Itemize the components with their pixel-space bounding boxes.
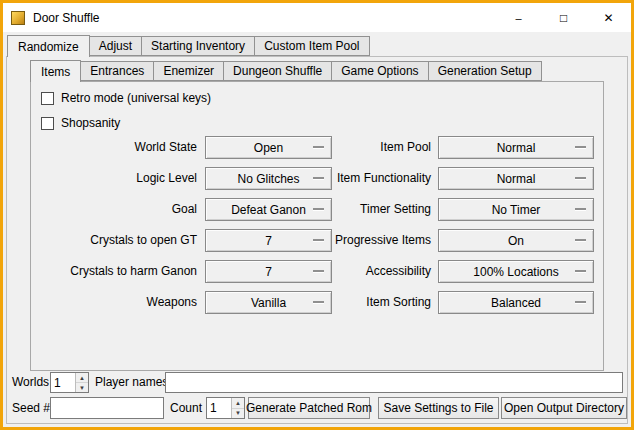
tab-game-options[interactable]: Game Options bbox=[331, 61, 428, 81]
spin-down-icon: ▼ bbox=[79, 385, 85, 391]
tab-generation-setup[interactable]: Generation Setup bbox=[428, 61, 542, 81]
seed-label: Seed # bbox=[12, 397, 50, 419]
progressive-items-value: On bbox=[508, 234, 524, 248]
close-icon: ✕ bbox=[603, 11, 613, 25]
count-spin-up-button[interactable]: ▲ bbox=[232, 398, 244, 409]
app-icon bbox=[11, 11, 25, 25]
accessibility-label: Accessibility bbox=[261, 260, 431, 283]
worlds-spin-up-button[interactable]: ▲ bbox=[76, 373, 88, 383]
crystals-open-gt-label: Crystals to open GT bbox=[31, 229, 197, 252]
item-functionality-dropdown[interactable]: Normal bbox=[438, 167, 594, 190]
titlebar: Door Shuffle – □ ✕ bbox=[3, 3, 631, 32]
timer-setting-label: Timer Setting bbox=[261, 198, 431, 221]
tab-items[interactable]: Items bbox=[30, 60, 81, 82]
retro-mode-row: Retro mode (universal keys) bbox=[41, 90, 211, 106]
dropdown-indicator-icon bbox=[575, 146, 586, 148]
tab-adjust[interactable]: Adjust bbox=[89, 36, 142, 56]
worlds-spin-down-button[interactable]: ▼ bbox=[76, 383, 88, 392]
world-state-label: World State bbox=[31, 136, 197, 159]
outer-tab-bar: Randomize Adjust Starting Inventory Cust… bbox=[7, 34, 370, 56]
maximize-button[interactable]: □ bbox=[541, 3, 586, 32]
window-title: Door Shuffle bbox=[33, 11, 100, 25]
save-settings-button[interactable]: Save Settings to File bbox=[378, 397, 499, 419]
item-pool-value: Normal bbox=[497, 141, 536, 155]
dropdown-indicator-icon bbox=[575, 301, 586, 303]
progressive-items-label: Progressive Items bbox=[261, 229, 431, 252]
item-functionality-label: Item Functionality bbox=[261, 167, 431, 190]
player-names-label: Player names bbox=[95, 371, 168, 393]
dropdown-indicator-icon bbox=[575, 177, 586, 179]
tab-entrances[interactable]: Entrances bbox=[80, 61, 154, 81]
minimize-icon: – bbox=[515, 12, 521, 24]
generate-patched-rom-button[interactable]: Generate Patched Rom bbox=[248, 397, 370, 419]
item-pool-label: Item Pool bbox=[261, 136, 431, 159]
seed-input[interactable] bbox=[50, 397, 164, 419]
retro-mode-checkbox[interactable] bbox=[41, 92, 54, 105]
progressive-items-dropdown[interactable]: On bbox=[438, 229, 594, 252]
worlds-spin-arrows: ▲ ▼ bbox=[75, 373, 88, 392]
spin-up-icon: ▲ bbox=[235, 400, 241, 406]
dropdown-indicator-icon bbox=[575, 270, 586, 272]
open-output-directory-button[interactable]: Open Output Directory bbox=[501, 397, 627, 419]
dropdown-indicator-icon bbox=[575, 239, 586, 241]
crystals-harm-ganon-label: Crystals to harm Ganon bbox=[31, 260, 197, 283]
tab-custom-item-pool[interactable]: Custom Item Pool bbox=[254, 36, 369, 56]
item-sorting-value: Balanced bbox=[491, 296, 541, 310]
tab-dungeon-shuffle[interactable]: Dungeon Shuffle bbox=[223, 61, 332, 81]
client-area: Randomize Adjust Starting Inventory Cust… bbox=[3, 32, 631, 427]
timer-setting-dropdown[interactable]: No Timer bbox=[438, 198, 594, 221]
weapons-label: Weapons bbox=[31, 291, 197, 314]
inner-tab-bar: Items Entrances Enemizer Dungeon Shuffle… bbox=[30, 59, 542, 81]
dropdown-indicator-icon bbox=[575, 208, 586, 210]
shopsanity-checkbox[interactable] bbox=[41, 117, 54, 130]
count-label: Count bbox=[170, 397, 202, 419]
item-sorting-dropdown[interactable]: Balanced bbox=[438, 291, 594, 314]
accessibility-value: 100% Locations bbox=[473, 265, 558, 279]
player-names-input[interactable] bbox=[165, 372, 623, 393]
tab-starting-inventory[interactable]: Starting Inventory bbox=[141, 36, 255, 56]
spin-down-icon: ▼ bbox=[235, 410, 241, 416]
shopsanity-label: Shopsanity bbox=[61, 116, 120, 130]
goal-label: Goal bbox=[31, 198, 197, 221]
item-sorting-label: Item Sorting bbox=[261, 291, 431, 314]
worlds-label: Worlds bbox=[12, 371, 49, 393]
count-spinner[interactable]: ▲ ▼ bbox=[206, 397, 245, 419]
window: Door Shuffle – □ ✕ Randomize Adjust Star… bbox=[0, 0, 634, 430]
worlds-input[interactable] bbox=[51, 373, 75, 392]
worlds-spinner[interactable]: ▲ ▼ bbox=[50, 372, 89, 393]
minimize-button[interactable]: – bbox=[496, 3, 541, 32]
tab-enemizer[interactable]: Enemizer bbox=[153, 61, 224, 81]
shopsanity-row: Shopsanity bbox=[41, 115, 120, 131]
randomize-pane: Items Entrances Enemizer Dungeon Shuffle… bbox=[6, 56, 628, 424]
items-pane: Retro mode (universal keys) Shopsanity W… bbox=[30, 81, 604, 371]
retro-mode-label: Retro mode (universal keys) bbox=[61, 91, 211, 105]
window-controls: – □ ✕ bbox=[496, 3, 631, 32]
accessibility-dropdown[interactable]: 100% Locations bbox=[438, 260, 594, 283]
logic-level-label: Logic Level bbox=[31, 167, 197, 190]
item-functionality-value: Normal bbox=[497, 172, 536, 186]
timer-setting-value: No Timer bbox=[492, 203, 541, 217]
close-button[interactable]: ✕ bbox=[586, 3, 631, 32]
tab-randomize[interactable]: Randomize bbox=[7, 35, 90, 57]
count-input[interactable] bbox=[207, 398, 231, 418]
count-spin-arrows: ▲ ▼ bbox=[231, 398, 244, 418]
maximize-icon: □ bbox=[560, 11, 567, 25]
item-pool-dropdown[interactable]: Normal bbox=[438, 136, 594, 159]
count-spin-down-button[interactable]: ▼ bbox=[232, 409, 244, 419]
spin-up-icon: ▲ bbox=[79, 375, 85, 381]
